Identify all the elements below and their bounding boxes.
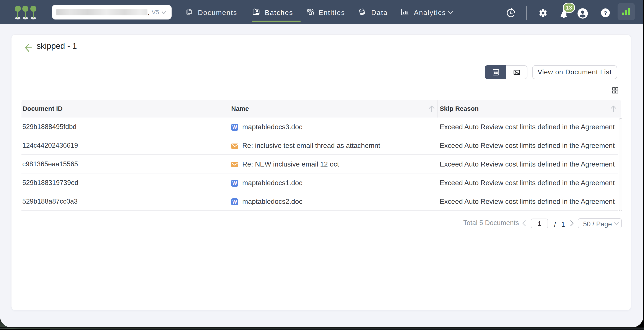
svg-text:?: ? — [604, 10, 607, 16]
